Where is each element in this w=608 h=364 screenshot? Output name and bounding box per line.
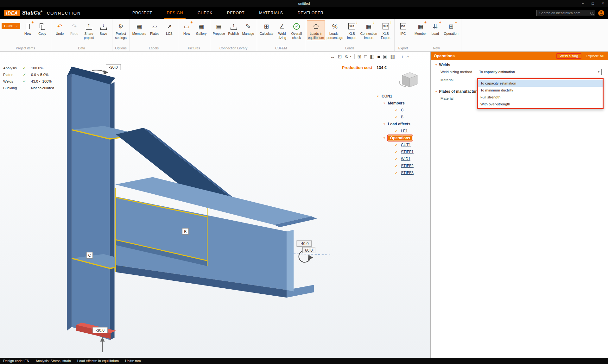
save-button[interactable]: ↓ Save — [97, 20, 111, 36]
section-icon[interactable]: ⊞ — [358, 54, 362, 59]
welds-section-header[interactable]: ▾ Welds — [431, 60, 608, 68]
status-row: Analysis ✓ 100.0% — [3, 65, 54, 71]
close-button[interactable]: × — [598, 0, 608, 7]
share-project-button[interactable]: ↑ Share project — [82, 20, 96, 40]
calculate-button[interactable]: ⊞ Calculate — [259, 20, 275, 36]
rotate-dropdown-icon[interactable]: ▾ — [350, 55, 352, 58]
con1-selector[interactable]: CON1▾ — [2, 23, 20, 29]
xls-file-icon: XLS↑ — [382, 22, 390, 31]
menu-design[interactable]: DESIGN — [167, 7, 183, 19]
menu-report[interactable]: REPORT — [227, 7, 244, 19]
navigation-cube[interactable] — [398, 71, 422, 91]
project-settings-button[interactable]: ⚙ Project settings — [114, 20, 128, 40]
maximize-button[interactable]: □ — [588, 0, 598, 7]
window-title: untitled — [0, 0, 608, 7]
tree-item-stiff2[interactable]: ✓ STIFF2 — [377, 162, 428, 169]
rotate-icon[interactable]: ↻ — [345, 54, 349, 59]
group-label: Loads — [307, 45, 392, 51]
statusbar-design-code: Design code: EN — [3, 359, 29, 363]
labels-plates-button[interactable]: ▱ Plates — [148, 20, 162, 36]
group-label: Pictures — [180, 45, 208, 51]
checkbox-checked-icon[interactable]: ✓ — [395, 171, 399, 175]
new-load-button[interactable]: ⇊+ Load — [428, 20, 442, 36]
checkbox-checked-icon[interactable]: ✓ — [395, 108, 399, 112]
chevron-down-icon: ▾ — [377, 95, 382, 98]
percentage-icon: % — [331, 22, 339, 31]
search-input[interactable] — [539, 11, 588, 15]
copy-button[interactable]: Copy — [35, 20, 49, 36]
measure-icon[interactable]: ↔ — [330, 54, 335, 59]
manage-button[interactable]: ✎ Manage — [241, 20, 255, 36]
loads-in-equilibrium-toggle[interactable]: Loads in equilibrium — [307, 20, 325, 40]
menu-materials[interactable]: MATERIALS — [259, 7, 283, 19]
wireframe-view-icon[interactable]: □ — [364, 54, 367, 59]
propose-button[interactable]: ▤ Propose — [212, 20, 226, 36]
menu-check[interactable]: CHECK — [198, 7, 212, 19]
explode-all-button[interactable]: Explode all — [585, 53, 605, 59]
labels-lcs-button[interactable]: ↗ LCS — [162, 20, 176, 36]
home-view-icon[interactable]: ⌂ — [407, 54, 409, 59]
checkbox-checked-icon[interactable]: ✓ — [395, 164, 399, 168]
checkbox-checked-icon[interactable]: ✓ — [395, 157, 399, 161]
loads-percentage-button[interactable]: % Loads - percentage — [326, 20, 344, 40]
tree-node-con1[interactable]: ▾ CON1 — [377, 93, 428, 100]
labels-members-button[interactable]: ▦ Members — [131, 20, 147, 36]
dropdown-option-full-strength[interactable]: Full strength — [478, 94, 603, 101]
tree-item-member-c[interactable]: ✓ C — [377, 107, 428, 114]
check-icon: ✓ — [23, 72, 31, 77]
dropdown-option-over-strength[interactable]: With over-strength — [478, 101, 603, 108]
checkbox-checked-icon[interactable]: ✓ — [395, 115, 399, 119]
xls-import-button[interactable]: XLS↓ XLS Import — [345, 20, 359, 40]
chevron-down-icon: ▾ — [383, 102, 388, 105]
hidden-view-icon[interactable]: ◧ — [370, 54, 374, 59]
idea-statica-connection-window: untitled − □ × IDEA StatiCa® CONNECTION … — [0, 0, 608, 364]
redo-button[interactable]: ↷ Redo — [67, 20, 81, 36]
production-cost: Production cost-134 € — [342, 66, 387, 70]
3d-connection-model[interactable]: -30.0 -30.0 B C -40.0 — [0, 52, 430, 358]
tree-node-operations[interactable]: ▾ Operations — [377, 135, 428, 141]
search-box[interactable] — [536, 10, 595, 16]
gear-icon: ⚙ — [117, 22, 125, 31]
publish-button[interactable]: ↑ Publish — [227, 20, 241, 36]
new-operation-button[interactable]: ⊞+ Operation — [443, 20, 459, 36]
connection-import-button[interactable]: ▦↓ Connection Import — [359, 20, 378, 40]
tree-item-stiff1[interactable]: ✓ STIFF1 — [377, 148, 428, 155]
user-account-icon[interactable] — [598, 10, 604, 16]
checkbox-checked-icon[interactable]: ✓ — [395, 129, 399, 133]
weld-sizing-method-select[interactable]: To capacity estimation ▾ — [477, 69, 602, 75]
tree-node-load-effects[interactable]: ▾ Load effects — [377, 121, 428, 128]
zoom-fit-icon[interactable]: ⊡ — [338, 54, 342, 59]
tree-node-members[interactable]: ▾ Members — [377, 100, 428, 107]
gallery-button[interactable]: ▦ Gallery — [194, 20, 208, 36]
checkbox-checked-icon[interactable]: ✓ — [395, 143, 399, 147]
axes-icon[interactable]: + — [401, 54, 404, 59]
ribbon-group-project-items: CON1▾ + New Copy Project items — [0, 19, 51, 51]
shaded-view-icon[interactable]: ▣ — [383, 54, 388, 59]
overall-check-button[interactable]: ✓ Overall check — [289, 20, 303, 40]
weld-icon: ∠ — [278, 22, 286, 31]
weld-sizing-button[interactable]: ∠ Weld sizing — [275, 20, 289, 40]
menu-project[interactable]: PROJECT — [132, 7, 152, 19]
dropdown-option-capacity-estimation[interactable]: To capacity estimation — [478, 80, 603, 87]
xls-export-button[interactable]: XLS↑ XLS Export — [379, 20, 393, 40]
transparent-view-icon[interactable]: ▥ — [390, 54, 395, 59]
ifc-export-button[interactable]: IFC IFC — [396, 20, 410, 36]
3d-viewport[interactable]: -30.0 -30.0 B C -40.0 — [0, 52, 430, 358]
new-project-item-button[interactable]: + New — [21, 20, 35, 36]
members-cube-icon: ▦ — [135, 22, 143, 31]
tree-item-stiff3[interactable]: ✓ STIFF3 — [377, 169, 428, 176]
tree-item-wid1[interactable]: ✓ WID1 — [377, 155, 428, 162]
tree-item-cut1[interactable]: ✓ CUT1 — [377, 141, 428, 148]
menu-developer[interactable]: DEVELOPER — [298, 7, 324, 19]
undo-button[interactable]: ↶ Undo — [53, 20, 67, 36]
weld-sizing-panel-button[interactable]: Weld sizing — [556, 53, 581, 59]
dropdown-option-minimum-ductility[interactable]: To minimum ductility — [478, 87, 603, 94]
solid-view-icon[interactable]: ■ — [377, 54, 380, 59]
column-web — [72, 73, 110, 340]
minimize-button[interactable]: − — [578, 0, 588, 7]
tree-item-member-b[interactable]: ✓ B — [377, 114, 428, 121]
new-picture-button[interactable]: ▭+ New — [180, 20, 194, 36]
new-member-button[interactable]: ▦+ Member — [414, 20, 428, 36]
tree-item-le1[interactable]: ✓ LE1 — [377, 128, 428, 135]
checkbox-checked-icon[interactable]: ✓ — [395, 150, 399, 154]
